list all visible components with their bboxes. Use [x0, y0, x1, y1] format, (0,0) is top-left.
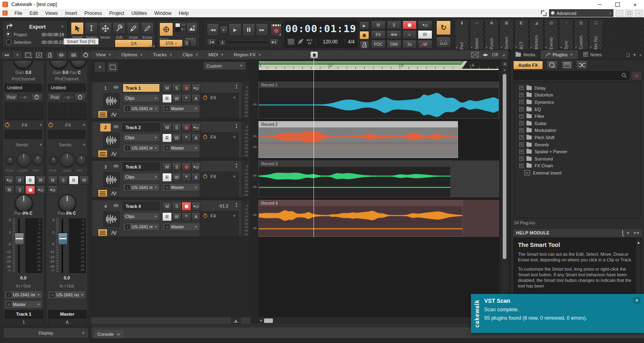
fx-power-icon[interactable] — [203, 135, 207, 139]
tv-menu-view[interactable]: View▼ — [91, 50, 117, 59]
display-dropdown[interactable]: Display▼ — [3, 328, 89, 338]
doc-close-button[interactable]: × — [635, 10, 642, 16]
module-caret-icon[interactable]: ▾ — [486, 46, 487, 49]
output-dropdown[interactable]: OMaster▼ — [4, 300, 42, 308]
input-echo-button[interactable]: ))) — [191, 84, 201, 92]
fx-power-icon[interactable] — [203, 96, 207, 100]
tool-move[interactable]: Move — [99, 22, 112, 39]
tree-item-delay[interactable]: +Delay — [514, 84, 640, 92]
ø-button[interactable]: Ø — [15, 176, 25, 185]
tv-menu-midi[interactable]: MIDI▼ — [204, 50, 229, 59]
prochannel-power-button[interactable] — [74, 93, 86, 101]
arm-record-button[interactable] — [182, 84, 191, 92]
audio-clip[interactable]: Record 1 — [258, 82, 499, 119]
tempo-display[interactable]: 120.00 — [318, 39, 343, 45]
track-name-field[interactable]: Track 3 — [123, 162, 160, 171]
fx-add-icon[interactable]: + — [83, 122, 86, 128]
tree-item-reverb[interactable]: +Reverb — [514, 141, 640, 148]
tv-menu-region-fx[interactable]: Region FX▼ — [229, 50, 266, 59]
inspector-tab-audio[interactable]: A — [34, 51, 44, 59]
scroll-up-icon[interactable]: ▲ — [636, 240, 641, 245]
metronome-button[interactable] — [359, 41, 369, 49]
clips-dropdown[interactable]: Clips▼ — [123, 134, 160, 142]
inspector-prev-icon[interactable]: ◀◀ — [2, 51, 11, 59]
fx-bypass-button[interactable]: * — [182, 173, 191, 182]
tree-item-guitar[interactable]: +Guitar — [514, 120, 640, 127]
clear-search-button[interactable]: ✕ — [631, 71, 642, 80]
track-row[interactable]: 2Track 2MS)))▲ ▲Clips▼RW*AIUS-1641 mi▼OM… — [92, 121, 250, 158]
record-arm-mini-button[interactable] — [359, 31, 369, 39]
draw-tool-icon[interactable] — [127, 22, 140, 35]
erase-tool-icon[interactable] — [141, 22, 154, 35]
track-name-field[interactable]: Track 4 — [123, 202, 160, 210]
track-fx-rack[interactable]: FX+ — [200, 172, 239, 197]
menu-project[interactable]: Project — [105, 10, 128, 16]
play-button[interactable]: ▶ — [229, 23, 242, 36]
gain-knob[interactable] — [13, 61, 33, 69]
fx-add-icon[interactable]: + — [233, 94, 236, 101]
automation-lane-button[interactable] — [109, 150, 118, 158]
automation-lane-button[interactable] — [109, 229, 118, 236]
help-menu-icon[interactable]: ▼ — [626, 231, 630, 235]
collapse-right-icon[interactable]: » — [639, 53, 642, 57]
module-screen[interactable]: ▦Screen▾ — [500, 19, 514, 50]
time-display[interactable]: 00:00:01:19 — [285, 23, 357, 35]
strip-name[interactable]: Master — [48, 310, 87, 318]
menu-caret-icon[interactable]: ▼ — [633, 53, 637, 57]
menu-window[interactable]: Window — [151, 10, 175, 16]
browser-tab-notes[interactable]: Notes — [578, 50, 607, 59]
browser-tab-plugins[interactable]: PlugIns▼ — [541, 50, 578, 59]
tree-item-filter[interactable]: +Filter — [514, 113, 640, 120]
dim-button[interactable]: DIM — [387, 40, 401, 49]
metronome-mute-icon[interactable] — [297, 39, 304, 45]
track-fx-rack[interactable]: FX+ — [200, 132, 239, 158]
select-tool-icon[interactable] — [85, 22, 98, 35]
module-custom[interactable]: ▥Custom▾ — [574, 19, 588, 50]
rewind-button[interactable]: ◀◀ — [207, 23, 219, 36]
plugin-search-input[interactable] — [513, 71, 629, 80]
m-button[interactable]: M — [48, 176, 58, 185]
loop-button[interactable]: ↻ — [436, 21, 451, 35]
preset-field[interactable]: Untitled — [4, 84, 42, 92]
menu-views[interactable]: Views — [41, 10, 62, 16]
expand-icon[interactable]: + — [519, 86, 524, 90]
module-perf[interactable]: ▮Perf▾ — [455, 19, 469, 50]
send-knob[interactable] — [64, 95, 72, 100]
expand-icon[interactable]: + — [519, 107, 524, 111]
automation-lane-button[interactable] — [109, 189, 118, 197]
interleave-button[interactable]: ◀S▶ — [387, 30, 401, 39]
module-caret-icon[interactable]: ▾ — [545, 46, 547, 49]
s-button[interactable]: S — [58, 176, 68, 185]
expand-icon[interactable]: + — [519, 135, 524, 140]
time-ruler[interactable]: 1234 — [258, 60, 499, 71]
clips-pane[interactable]: 1234 Record 1Record 2Record 3Record 4 — [258, 60, 499, 318]
record-button[interactable] — [25, 185, 35, 194]
fx-power-icon[interactable] — [203, 214, 207, 218]
expand-icon[interactable]: + — [519, 93, 524, 97]
inspector-tab-metronome[interactable] — [45, 51, 55, 59]
w-button[interactable]: W — [36, 176, 45, 185]
go-to-end-button[interactable]: ▶❙ — [270, 39, 279, 45]
module-markers[interactable]: ◢Markers▾ — [529, 19, 543, 50]
fx-bypass-button[interactable]: * — [182, 212, 191, 221]
help-collapse-icon[interactable]: ▼▼ — [633, 231, 639, 235]
track-input-dropdown[interactable]: IUS-1641 mi▼ — [123, 183, 160, 191]
track-layers-button[interactable] — [98, 189, 107, 197]
post-button[interactable]: Post — [4, 93, 18, 101]
m-button[interactable]: M — [4, 185, 14, 194]
snap-resolution-dropdown[interactable]: 1/16♪ — [159, 39, 183, 47]
fx-add-icon[interactable]: + — [233, 173, 236, 179]
module-mix-rcl[interactable]: ◫Mix Rcl▾ — [589, 19, 603, 50]
input-dropdown[interactable]: IUS-1641 mi▼ — [4, 291, 42, 299]
track-layers-button[interactable] — [98, 150, 107, 158]
tv-menu-clips[interactable]: Clips▼ — [178, 50, 203, 59]
audio-clip[interactable]: Record 3 — [258, 160, 451, 197]
track-name-field[interactable]: Track 1 — [123, 84, 160, 92]
workspace-dropdown[interactable]: Advanced ˅ — [549, 9, 613, 17]
fx-button[interactable]: FX — [371, 30, 386, 39]
module-events[interactable]: ▤Events▾ — [544, 19, 558, 50]
arm-record-button[interactable] — [182, 202, 191, 211]
module-sync[interactable]: ◔Sync▾ — [559, 19, 573, 50]
r-button[interactable]: R — [25, 176, 35, 185]
move-tool-icon[interactable] — [99, 22, 112, 35]
